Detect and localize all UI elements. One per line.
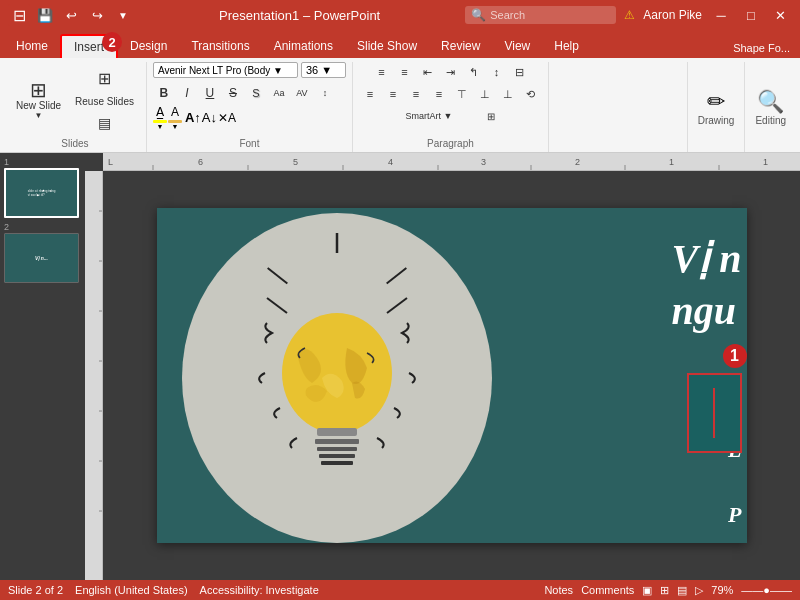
- bullet-list-button[interactable]: ≡: [370, 62, 392, 82]
- smart-art-button[interactable]: SmartArt ▼: [399, 106, 459, 126]
- undo-button[interactable]: ↩: [60, 4, 82, 26]
- svg-rect-34: [321, 461, 353, 465]
- close-button[interactable]: ✕: [770, 4, 792, 26]
- slide-thumb-2[interactable]: 2 Vị n...: [4, 222, 79, 283]
- drawing-icon: ✏: [707, 89, 725, 115]
- align-right-button[interactable]: ≡: [405, 84, 427, 104]
- reuse-slides-button[interactable]: Reuse Slides: [69, 92, 140, 111]
- view-slide-button[interactable]: ⊞: [660, 584, 669, 597]
- new-slide-icon: ⊞: [30, 80, 47, 100]
- titlebar-left: ⊟ 💾 ↩ ↪ ▼: [8, 4, 134, 26]
- font-size-dropdown[interactable]: 36 ▼: [301, 62, 346, 78]
- view-reading-button[interactable]: ▤: [677, 584, 687, 597]
- para-dialog-launcher[interactable]: ⊞: [480, 106, 502, 126]
- format-row-2: A̲ ▼ A ▼ A↑ A↓ ✕A: [153, 105, 236, 130]
- ribbon-tabs-right: Shape Fo...: [723, 38, 800, 58]
- titlebar-right: 🔍 ⚠ Aaron Pike ─ □ ✕: [465, 4, 792, 26]
- clear-format-button[interactable]: ✕A: [218, 111, 236, 125]
- font-group-content: Avenir Next LT Pro (Body ▼ 36 ▼ B I U S …: [153, 62, 346, 138]
- svg-point-29: [282, 313, 392, 433]
- editing-group[interactable]: 🔍 Editing: [744, 62, 796, 152]
- valign-top-button[interactable]: ⊤: [451, 84, 473, 104]
- svg-text:5: 5: [293, 157, 298, 167]
- font-name-dropdown[interactable]: Avenir Next LT Pro (Body ▼: [153, 62, 298, 78]
- char-spacing-button[interactable]: AV: [291, 83, 313, 103]
- slideshow-button[interactable]: ▷: [695, 584, 703, 597]
- horizontal-ruler: L 6 5 4 3 2 1 1: [103, 153, 800, 171]
- annotation-badge-1: 1: [723, 344, 747, 368]
- align-left-button[interactable]: ≡: [359, 84, 381, 104]
- strikethrough-button[interactable]: S: [222, 83, 244, 103]
- svg-rect-33: [319, 454, 355, 458]
- slide-panel[interactable]: 1 slide có những trống vì sao lại đi? 2 …: [0, 153, 85, 580]
- font-size-increase[interactable]: A↑: [185, 110, 201, 125]
- layout-button[interactable]: ⊞: [69, 66, 140, 91]
- title-bar: ⊟ 💾 ↩ ↪ ▼ Presentation1 – PowerPoint 🔍 ⚠…: [0, 0, 800, 30]
- slide-main-text: Vị n ngu: [672, 233, 747, 337]
- justify-button[interactable]: ≡: [428, 84, 450, 104]
- ruler-v-ticks: [85, 171, 103, 580]
- notes-button[interactable]: Notes: [544, 584, 573, 596]
- rtl-button[interactable]: ↰: [462, 62, 484, 82]
- bulb-circle: [182, 213, 492, 543]
- drawing-group[interactable]: ✏ Drawing: [687, 62, 745, 152]
- font-color-icon: A: [171, 105, 179, 119]
- valign-mid-button[interactable]: ⊥: [474, 84, 496, 104]
- customize-qat-button[interactable]: ▼: [112, 4, 134, 26]
- svg-text:4: 4: [388, 157, 393, 167]
- user-name: Aaron Pike: [643, 8, 702, 22]
- highlight-icon: A̲: [156, 105, 164, 119]
- tab-transitions[interactable]: Transitions: [179, 34, 261, 58]
- text-dir-button[interactable]: ⟲: [520, 84, 542, 104]
- save-button[interactable]: 💾: [34, 4, 56, 26]
- zoom-slider[interactable]: ——●——: [741, 584, 792, 596]
- text-editing-box[interactable]: [687, 373, 742, 453]
- indent-dec-button[interactable]: ⇤: [416, 62, 438, 82]
- paragraph-group-content: ≡ ≡ ⇤ ⇥ ↰ ↕ ⊟ ≡ ≡ ≡ ≡ ⊤ ⊥ ⊥ ⟲ SmartArt ▼…: [359, 62, 542, 138]
- italic-button[interactable]: I: [176, 83, 198, 103]
- minimize-button[interactable]: ─: [710, 4, 732, 26]
- columns-button[interactable]: ⊟: [508, 62, 530, 82]
- tab-home[interactable]: Home: [4, 34, 60, 58]
- case-button[interactable]: Aa: [268, 83, 290, 103]
- slide-thumb-1[interactable]: 1 slide có những trống vì sao lại đi?: [4, 157, 79, 218]
- slide-canvas[interactable]: Vị n ngu L P 1: [103, 171, 800, 580]
- font-color-button[interactable]: A ▼: [168, 105, 182, 130]
- section-button[interactable]: ▤: [69, 112, 140, 134]
- text-cursor: [713, 388, 715, 438]
- highlight-color-button[interactable]: A̲ ▼: [153, 105, 167, 130]
- view-normal-button[interactable]: ▣: [642, 584, 652, 597]
- bold-button[interactable]: B: [153, 83, 175, 103]
- new-slide-button[interactable]: ⊞ New Slide ▼: [10, 76, 67, 124]
- svg-text:L: L: [108, 157, 113, 167]
- search-box[interactable]: 🔍: [465, 6, 616, 24]
- para-row-2: ≡ ≡ ≡ ≡ ⊤ ⊥ ⊥ ⟲: [359, 84, 542, 104]
- redo-button[interactable]: ↪: [86, 4, 108, 26]
- tab-view[interactable]: View: [492, 34, 542, 58]
- comments-button[interactable]: Comments: [581, 584, 634, 596]
- tab-slideshow[interactable]: Slide Show: [345, 34, 429, 58]
- numbered-list-button[interactable]: ≡: [393, 62, 415, 82]
- line-spacing-button[interactable]: ↕: [485, 62, 507, 82]
- tab-design[interactable]: Design: [118, 34, 179, 58]
- highlight-dropdown[interactable]: ▼: [156, 123, 163, 130]
- expand-font-button[interactable]: ↕: [314, 83, 336, 103]
- tab-animations[interactable]: Animations: [262, 34, 345, 58]
- font-size-value: 36 ▼: [306, 64, 332, 76]
- svg-line-26: [386, 264, 406, 287]
- font-color-dropdown[interactable]: ▼: [171, 123, 178, 130]
- increase-size-icon: A↑: [185, 110, 201, 125]
- tab-shape-format[interactable]: Shape Fo...: [723, 38, 800, 58]
- tab-review[interactable]: Review: [429, 34, 492, 58]
- format-row-1: B I U S S Aa AV ↕: [153, 83, 336, 103]
- valign-bot-button[interactable]: ⊥: [497, 84, 519, 104]
- indent-inc-button[interactable]: ⇥: [439, 62, 461, 82]
- align-center-button[interactable]: ≡: [382, 84, 404, 104]
- underline-button[interactable]: U: [199, 83, 221, 103]
- maximize-button[interactable]: □: [740, 4, 762, 26]
- tab-help[interactable]: Help: [542, 34, 591, 58]
- slide-2-preview-text: Vị n...: [35, 255, 48, 261]
- shadow-button[interactable]: S: [245, 83, 267, 103]
- font-size-decrease[interactable]: A↓: [202, 110, 217, 125]
- search-input[interactable]: [490, 9, 610, 21]
